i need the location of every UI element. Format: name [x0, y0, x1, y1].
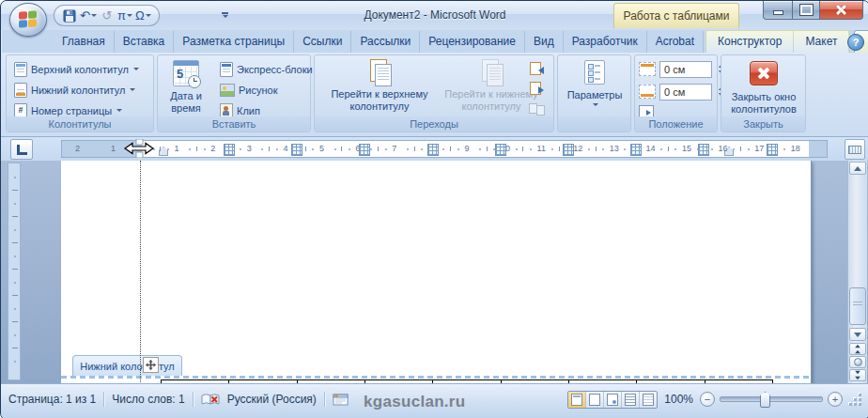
next-section-button[interactable]	[529, 78, 544, 98]
tab-table-layout[interactable]: Макет	[794, 31, 849, 53]
table-column-marker[interactable]	[495, 144, 506, 156]
quick-access-toolbar: ↶ ↺ π Ω	[54, 5, 160, 26]
previous-page-button[interactable]	[849, 343, 866, 355]
ruler-tick	[450, 147, 451, 151]
ruler-tick	[370, 148, 372, 150]
picture-button[interactable]: Рисунок	[216, 80, 282, 100]
ruler-tick	[14, 361, 16, 363]
proofing-error-icon[interactable]	[201, 393, 220, 407]
undo-button[interactable]: ↶	[80, 8, 97, 23]
picture-icon	[220, 84, 235, 97]
window-resize-grip[interactable]	[849, 394, 861, 406]
horizontal-ruler[interactable]: 2 1 123456789101112131415161718	[61, 140, 828, 158]
next-page-button[interactable]	[849, 369, 866, 381]
vertical-ruler[interactable]	[8, 163, 21, 380]
zoom-out-button[interactable]: −	[700, 392, 715, 407]
customize-qat-button[interactable]	[219, 8, 230, 23]
ruler-number: 2	[210, 144, 215, 153]
tab-references[interactable]: Ссылки	[294, 31, 351, 53]
plus-icon: +	[832, 395, 838, 405]
ruler-tick	[12, 242, 18, 243]
tab-insert[interactable]: Вставка	[115, 31, 175, 53]
ruler-tick	[711, 148, 713, 150]
scroll-down-button[interactable]	[849, 328, 866, 341]
table-move-handle[interactable]	[143, 357, 159, 373]
options-button[interactable]: Параметры	[566, 60, 624, 106]
ribbon-tab-row: Главная Вставка Разметка страницы Ссылки…	[1, 30, 868, 53]
quick-parts-icon	[220, 62, 233, 77]
vertical-scrollbar[interactable]	[847, 161, 867, 383]
symbol-button[interactable]: Ω	[135, 8, 151, 23]
link-to-previous-button[interactable]	[529, 99, 544, 118]
tab-page-layout[interactable]: Разметка страницы	[174, 31, 294, 53]
header-from-top-input[interactable]: 0 см	[659, 61, 712, 78]
help-button[interactable]: ?	[847, 34, 864, 51]
scroll-thumb[interactable]	[849, 287, 866, 325]
ruler-tick	[12, 269, 18, 270]
tab-stop-selector[interactable]	[10, 139, 33, 160]
web-layout-view-button[interactable]	[604, 392, 622, 408]
word-count[interactable]: Число слов: 1	[112, 393, 184, 406]
close-red-x-icon	[750, 61, 778, 85]
table-column-marker[interactable]	[563, 144, 574, 156]
link-to-previous-icon	[529, 103, 544, 115]
ruler-tick	[312, 148, 314, 150]
close-header-footer-button[interactable]: Закрыть окно колонтитулов	[726, 61, 801, 116]
document-page[interactable]	[61, 161, 812, 383]
chevron-down-icon	[130, 88, 135, 91]
minimize-button[interactable]	[763, 1, 793, 20]
table-column-marker[interactable]	[630, 144, 642, 156]
zoom-in-button[interactable]: +	[828, 392, 843, 407]
group-caption	[558, 116, 630, 132]
scroll-up-button[interactable]	[849, 162, 866, 175]
zoom-level[interactable]: 100%	[664, 393, 693, 406]
page-indicator[interactable]: Страница: 1 из 1	[8, 393, 96, 406]
ruler-tick	[240, 148, 241, 150]
save-button[interactable]	[62, 8, 77, 23]
table-column-marker[interactable]	[698, 144, 709, 156]
quick-parts-button[interactable]: Экспресс-блоки	[216, 59, 327, 79]
table-column-marker[interactable]	[427, 144, 439, 156]
footer-button[interactable]: Нижний колонтитул	[10, 80, 139, 100]
tab-mailings[interactable]: Рассылки	[351, 31, 420, 53]
close-button[interactable]	[820, 1, 863, 20]
ruler-tick	[334, 148, 336, 150]
language-indicator[interactable]: Русский (Россия)	[227, 393, 317, 406]
goto-header-button[interactable]: Перейти к верхнему колонтитулу	[320, 59, 439, 113]
table-column-marker[interactable]	[767, 144, 778, 156]
tab-review[interactable]: Рецензирование	[420, 31, 525, 53]
equation-button[interactable]: π	[117, 8, 132, 23]
group-options: Параметры	[557, 54, 631, 132]
chevron-down-icon	[593, 103, 598, 106]
select-browse-object-button[interactable]	[849, 356, 866, 368]
ruler-tick	[457, 148, 459, 150]
tab-acrobat[interactable]: Acrobat	[647, 31, 704, 53]
omega-icon: Ω	[135, 8, 145, 23]
tab-view[interactable]: Вид	[525, 31, 564, 53]
arrow-down-icon	[854, 333, 861, 337]
date-time-button[interactable]: 5 Дата и время	[162, 60, 210, 115]
full-screen-reading-view-button[interactable]	[586, 392, 604, 408]
header-button[interactable]: Верхний колонтитул	[10, 59, 143, 79]
zoom-slider-track[interactable]	[720, 396, 823, 402]
view-ruler-toggle[interactable]	[845, 139, 865, 160]
table-column-marker[interactable]	[291, 144, 302, 156]
options-icon	[584, 60, 605, 85]
table-column-marker[interactable]	[224, 144, 235, 156]
footer-from-bottom-input[interactable]: 0 см	[659, 84, 712, 101]
tab-developer[interactable]: Разработчик	[564, 31, 647, 53]
word-window: ↶ ↺ π Ω Документ2 - Microsoft Word Работ…	[0, 0, 868, 418]
ruler-tick	[602, 148, 604, 150]
print-layout-view-button[interactable]	[568, 392, 586, 408]
previous-section-button[interactable]	[529, 58, 544, 78]
zoom-slider-thumb[interactable]	[760, 392, 770, 408]
tab-home[interactable]: Главная	[54, 31, 115, 53]
outline-view-button[interactable]	[622, 392, 640, 408]
macro-record-icon[interactable]	[333, 394, 349, 406]
redo-button[interactable]: ↺	[100, 8, 115, 23]
ruler-number: 13	[610, 144, 619, 153]
table-column-marker[interactable]	[359, 144, 370, 156]
tab-table-design[interactable]: Конструктор	[706, 31, 794, 53]
maximize-button[interactable]	[793, 1, 820, 20]
draft-view-button[interactable]	[640, 392, 657, 408]
